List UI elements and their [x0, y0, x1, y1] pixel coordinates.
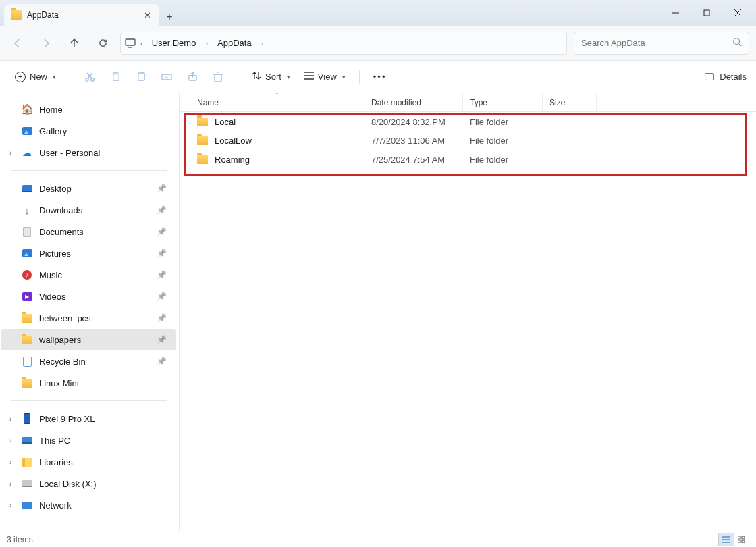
sidebar-item-label: This PC	[39, 436, 70, 446]
new-button[interactable]: + New ▾	[9, 68, 61, 86]
plus-icon: +	[15, 72, 26, 82]
sidebar-item-label: Home	[39, 105, 63, 115]
sidebar-item-label: Videos	[39, 292, 66, 302]
sort-button[interactable]: Sort ▾	[246, 67, 296, 86]
column-name[interactable]: Name˄	[190, 93, 364, 111]
sidebar-item-label: Libraries	[39, 457, 73, 467]
refresh-button[interactable]	[92, 32, 113, 54]
svg-point-8	[86, 78, 88, 80]
gallery-icon	[22, 126, 32, 136]
folder-icon	[197, 154, 208, 165]
file-row[interactable]: LocalLow7/7/2023 11:06 AMFile folder	[180, 131, 756, 150]
sidebar-item[interactable]: ›This PC	[1, 429, 176, 451]
pin-icon: 📌	[157, 313, 167, 323]
sidebar-item[interactable]: ♪Music📌	[1, 264, 176, 286]
chevron-right-icon[interactable]: ›	[259, 39, 267, 47]
svg-point-6	[734, 38, 740, 45]
back-button[interactable]	[7, 32, 28, 54]
more-button[interactable]: •••	[368, 68, 392, 86]
chevron-right-icon[interactable]: ›	[9, 502, 11, 509]
breadcrumb-segment[interactable]: AppData	[212, 35, 257, 51]
file-row[interactable]: Local8/20/2024 8:32 PMFile folder	[180, 112, 756, 131]
breadcrumb-segment[interactable]: User Demo	[146, 35, 202, 51]
bin-icon	[22, 356, 32, 367]
search-box[interactable]	[574, 32, 749, 55]
chevron-right-icon[interactable]: ›	[9, 459, 11, 466]
file-name: Roaming	[215, 155, 250, 165]
chevron-down-icon: ▾	[287, 74, 290, 80]
folder-icon	[22, 313, 32, 323]
thumbnails-view-toggle[interactable]	[734, 533, 749, 546]
minimize-button[interactable]	[660, 3, 691, 23]
svg-rect-12	[113, 74, 118, 80]
svg-rect-30	[742, 540, 745, 543]
chevron-right-icon[interactable]: ›	[9, 149, 11, 157]
sidebar-item[interactable]: between_pcs📌	[1, 307, 176, 329]
sidebar-item[interactable]: 🏠Home	[1, 99, 176, 120]
details-view-toggle[interactable]	[719, 533, 734, 546]
svg-rect-18	[215, 74, 221, 82]
chevron-right-icon[interactable]: ›	[202, 39, 211, 47]
column-headers: Name˄ Date modified Type Size	[180, 93, 756, 112]
details-pane-button[interactable]: Details	[705, 72, 747, 82]
search-input[interactable]	[581, 38, 732, 48]
column-size[interactable]: Size	[543, 93, 597, 111]
pin-icon: 📌	[157, 270, 167, 280]
column-type[interactable]: Type	[463, 93, 543, 111]
copy-button[interactable]	[104, 68, 127, 86]
svg-rect-29	[738, 540, 740, 543]
sidebar-item[interactable]: Linux Mint	[1, 372, 176, 394]
pc-icon	[22, 435, 32, 446]
toolbar: + New ▾ A Sort ▾ View ▾ ••• Details	[0, 61, 756, 93]
column-date[interactable]: Date modified	[364, 93, 463, 111]
forward-button[interactable]	[35, 32, 57, 54]
paste-button[interactable]	[130, 68, 153, 86]
chevron-right-icon[interactable]: ›	[9, 437, 11, 444]
sidebar-item-label: Pictures	[39, 249, 71, 259]
tab-title: AppData	[27, 10, 136, 20]
search-icon[interactable]	[732, 37, 742, 49]
sidebar-item[interactable]: Pictures📌	[1, 242, 176, 264]
share-button[interactable]	[181, 68, 204, 86]
view-button[interactable]: View ▾	[298, 68, 351, 86]
sidebar-item[interactable]: Documents📌	[1, 221, 176, 242]
sidebar-item[interactable]: ›Pixel 9 Pro XL	[1, 408, 176, 429]
folder-icon	[197, 116, 208, 127]
sidebar-item[interactable]: ↓Downloads📌	[1, 199, 176, 221]
file-row[interactable]: Roaming7/25/2024 7:54 AMFile folder	[180, 150, 756, 169]
sidebar-item[interactable]: ›☁User - Personal	[1, 142, 176, 163]
sidebar-item[interactable]: wallpapers📌	[1, 329, 176, 350]
pin-icon: 📌	[157, 205, 167, 215]
chevron-right-icon[interactable]: ›	[9, 480, 11, 488]
close-tab-icon[interactable]: ✕	[142, 10, 153, 20]
sidebar-item[interactable]: Gallery	[1, 120, 176, 142]
cut-button[interactable]	[78, 68, 101, 86]
window-tab[interactable]: AppData ✕	[4, 4, 159, 26]
new-tab-button[interactable]: +	[159, 11, 180, 26]
rename-button[interactable]: A	[155, 68, 178, 86]
view-toggle	[718, 533, 749, 546]
close-window-button[interactable]	[722, 3, 753, 23]
sidebar-item[interactable]: ›Network	[1, 494, 176, 516]
address-bar[interactable]: › User Demo › AppData ›	[120, 32, 567, 55]
sidebar-item-label: Downloads	[39, 205, 82, 215]
file-date: 7/7/2023 11:06 AM	[364, 136, 463, 146]
chevron-right-icon[interactable]: ›	[137, 39, 145, 47]
sidebar-item[interactable]: ▶Videos📌	[1, 286, 176, 307]
maximize-button[interactable]	[691, 3, 722, 23]
sort-asc-icon: ˄	[275, 93, 279, 99]
sidebar-item[interactable]: Recycle Bin📌	[1, 350, 176, 372]
navbar: › User Demo › AppData ›	[0, 26, 756, 61]
details-pane-icon	[705, 73, 714, 80]
svg-rect-1	[704, 10, 709, 16]
file-type: File folder	[463, 155, 543, 165]
sidebar-item[interactable]: Desktop📌	[1, 178, 176, 199]
up-button[interactable]	[63, 32, 85, 54]
gallery-icon	[22, 248, 32, 259]
delete-button[interactable]	[207, 68, 230, 86]
sidebar-item[interactable]: ›Local Disk (X:)	[1, 473, 176, 494]
chevron-right-icon[interactable]: ›	[9, 415, 11, 423]
sidebar-item-label: wallpapers	[39, 335, 81, 345]
file-type: File folder	[463, 117, 543, 127]
sidebar-item[interactable]: ›Libraries	[1, 451, 176, 473]
